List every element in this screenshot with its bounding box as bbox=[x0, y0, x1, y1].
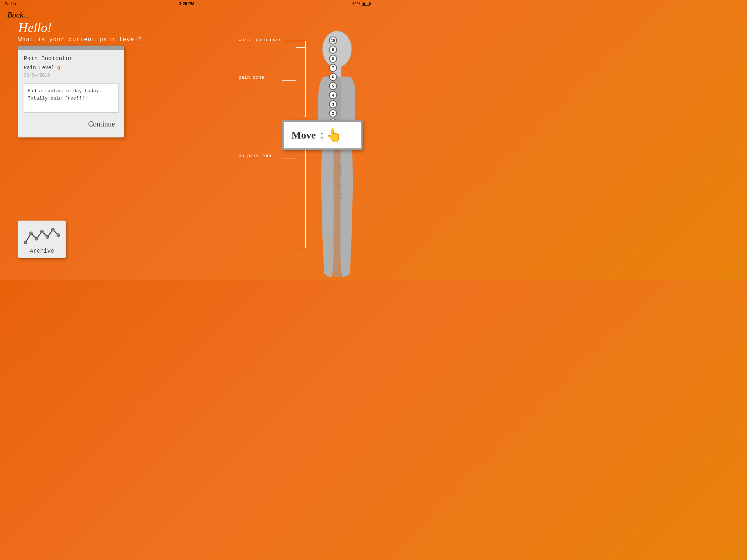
svg-point-0 bbox=[24, 241, 27, 244]
svg-point-4 bbox=[46, 236, 49, 238]
hand-pointer-icon: 👆 bbox=[326, 128, 342, 143]
svg-point-3 bbox=[40, 230, 43, 233]
wifi-icon: ⊛ bbox=[13, 2, 16, 6]
status-time: 3:20 PM bbox=[179, 1, 194, 6]
pain-date: 03/04/2016 bbox=[24, 73, 119, 78]
status-right: 32% bbox=[352, 1, 370, 6]
svg-point-1 bbox=[30, 232, 32, 235]
pain-zone-label: pain zone bbox=[239, 75, 264, 80]
continue-button-area[interactable]: Continue bbox=[24, 118, 119, 132]
move-icon-area: ↕ 👆 bbox=[320, 128, 342, 143]
battery-percent: 32% bbox=[352, 1, 360, 6]
greeting-title: Hello! bbox=[18, 20, 52, 35]
arrow-updown-icon: ↕ bbox=[320, 129, 325, 141]
battery-icon bbox=[362, 2, 370, 6]
device-label: iPad bbox=[4, 1, 12, 6]
figure-container: 10 9 8 7 6 5 4 3 2 1 0 pain zone bbox=[301, 26, 359, 280]
worst-pain-label: worst pain ever bbox=[239, 37, 281, 43]
bracket-nopain-mid bbox=[282, 159, 296, 159]
vertical-pain-zone-text: pain zone bbox=[338, 164, 344, 199]
no-pain-zone-label: no pain zone bbox=[239, 153, 273, 159]
greeting-subtitle: What is your current pain level? bbox=[18, 36, 142, 43]
spine-num-3[interactable]: 3 bbox=[329, 100, 337, 108]
spine-num-4[interactable]: 4 bbox=[329, 91, 337, 99]
card-body: Pain Indicator Pain Level 0 03/04/2016 H… bbox=[18, 50, 124, 137]
svg-point-5 bbox=[51, 228, 54, 231]
spine-num-5[interactable]: 5 bbox=[329, 82, 337, 90]
spine-num-6[interactable]: 6 bbox=[329, 73, 337, 81]
spine-num-7[interactable]: 7 bbox=[329, 64, 337, 72]
spine-num-2[interactable]: 2 bbox=[329, 109, 337, 117]
move-card[interactable]: Move ↕ 👆 bbox=[282, 120, 363, 150]
battery-fill bbox=[363, 3, 365, 5]
status-left: iPad ⊛ bbox=[4, 1, 16, 6]
pain-level-label: Pain Level bbox=[24, 65, 54, 71]
archive-graph-icon bbox=[24, 226, 60, 246]
pain-scale-area: worst pain ever pain zone no pain zone 1… bbox=[235, 18, 363, 270]
move-label: Move bbox=[291, 129, 316, 141]
pain-level-value: 0 bbox=[57, 65, 60, 71]
spine-num-10[interactable]: 10 bbox=[329, 36, 337, 44]
spine-num-9[interactable]: 9 bbox=[329, 46, 337, 54]
card-header bbox=[18, 46, 124, 50]
move-card-inner: Move ↕ 👆 bbox=[284, 122, 361, 148]
archive-card[interactable]: Archive bbox=[18, 221, 66, 258]
pain-indicator-card: Pain Indicator Pain Level 0 03/04/2016 H… bbox=[18, 46, 124, 137]
svg-point-6 bbox=[57, 234, 60, 237]
svg-point-2 bbox=[35, 237, 38, 240]
pain-notes: Had a fantastic day today.Totally pain f… bbox=[24, 83, 119, 113]
back-button[interactable]: Back... bbox=[7, 10, 29, 20]
bracket-pain-mid bbox=[282, 80, 296, 81]
svg-point-7 bbox=[322, 31, 352, 67]
archive-label: Archive bbox=[30, 248, 54, 254]
pain-indicator-title: Pain Indicator bbox=[24, 55, 119, 62]
status-bar: iPad ⊛ 3:20 PM 32% bbox=[0, 0, 374, 7]
continue-button[interactable]: Continue bbox=[88, 120, 115, 128]
pain-level-row: Pain Level 0 bbox=[24, 65, 119, 71]
spine-num-8[interactable]: 8 bbox=[329, 55, 337, 63]
